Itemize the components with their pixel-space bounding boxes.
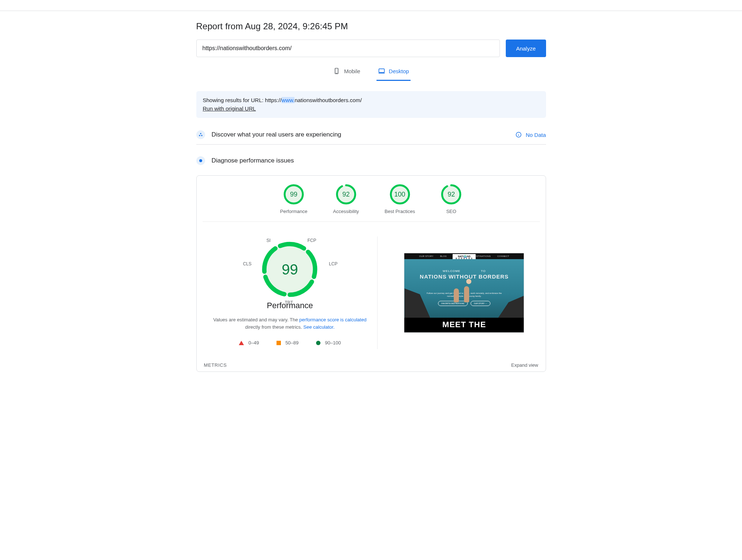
gauge-performance-score: 99: [283, 184, 304, 205]
gauge-performance[interactable]: 99Performance: [280, 184, 307, 214]
metric-tbt-label: TBT: [285, 300, 293, 305]
thumb-nav-0: OUR STORY: [419, 255, 434, 257]
url-analyze-row: Analyze: [196, 40, 546, 57]
diagnose-title: Diagnose performance issues: [212, 157, 546, 164]
metric-cls-label: CLS: [243, 261, 251, 266]
metrics-header-row: METRICS Expand view: [203, 362, 540, 368]
crux-section-header: Discover what your real users are experi…: [196, 127, 546, 145]
gauge-performance-label: Performance: [280, 209, 307, 214]
thumb-nav: OUR STORY BLOG XXXXXXXX DESTINATIONS CON…: [404, 253, 524, 259]
thumb-to: TO: [481, 269, 486, 273]
thumb-hero: WELCOME TO NATIONS WITHOUT BORDERS Follo…: [404, 259, 524, 318]
gauge-accessibility-label: Accessibility: [333, 209, 359, 214]
score-legend: 0–49 50–89 90–100: [203, 340, 378, 346]
tab-mobile[interactable]: Mobile: [331, 67, 361, 81]
see-calculator-link[interactable]: See calculator.: [303, 324, 334, 330]
circle-green-icon: [316, 341, 320, 345]
svg-point-5: [201, 135, 203, 137]
device-tabs: Mobile Desktop: [196, 67, 546, 81]
thumb-welcome: WELCOME: [443, 269, 460, 273]
performance-big-gauge: 99: [260, 240, 319, 299]
notice-suffix: nationswithoutborders.com/: [294, 97, 361, 103]
page-title: Report from Aug 28, 2024, 9:26:45 PM: [196, 21, 546, 31]
gauge-seo-label: SEO: [441, 209, 462, 214]
gauge-best-practices-label: Best Practices: [385, 209, 415, 214]
perf-calc-link[interactable]: performance score is calculated: [299, 317, 367, 322]
square-orange-icon: [277, 341, 281, 345]
gauge-accessibility[interactable]: 92Accessibility: [333, 184, 359, 214]
legend-fail: 0–49: [239, 340, 259, 346]
notice-prefix: Showing results for URL: https://: [203, 97, 282, 103]
tab-desktop-label: Desktop: [389, 68, 409, 74]
crux-nodata[interactable]: No Data: [515, 131, 546, 138]
tab-mobile-label: Mobile: [344, 68, 360, 74]
diagnose-icon: [196, 156, 205, 165]
gauge-seo[interactable]: 92SEO: [441, 184, 462, 214]
thumb-family-figure: [449, 280, 479, 302]
analyze-button[interactable]: Analyze: [506, 40, 546, 57]
thumb-nav-2: DESTINATIONS: [473, 255, 491, 257]
thumb-big-title: NATIONS WITHOUT BORDERS: [420, 273, 509, 280]
svg-point-6: [200, 133, 201, 134]
thumb-nav-1: BLOG: [440, 255, 447, 257]
gauge-best-practices-score: 100: [389, 184, 411, 205]
svg-point-4: [199, 135, 200, 137]
diagnose-section-header: Diagnose performance issues: [196, 153, 546, 170]
category-gauges: 99Performance92Accessibility100Best Prac…: [203, 184, 540, 222]
legend-avg-label: 50–89: [285, 340, 298, 346]
svg-rect-2: [379, 69, 384, 72]
legend-pass-label: 90–100: [325, 340, 341, 346]
crux-title: Discover what your real users are experi…: [212, 131, 509, 138]
desktop-icon: [378, 67, 385, 75]
lighthouse-report: 99Performance92Accessibility100Best Prac…: [196, 175, 546, 372]
gauge-best-practices[interactable]: 100Best Practices: [385, 184, 415, 214]
performance-description: Values are estimated and may vary. The p…: [203, 316, 378, 331]
crux-icon: [196, 130, 205, 139]
legend-average: 50–89: [277, 340, 298, 346]
metrics-label: METRICS: [204, 362, 227, 368]
perf-desc-mid: directly from these metrics.: [245, 324, 303, 330]
url-redirect-notice: Showing results for URL: https://www.nat…: [196, 91, 546, 118]
thumb-nav-3: CONNECT: [497, 255, 509, 257]
performance-detail-row: SI FCP CLS LCP TBT 99 Performance: [203, 236, 540, 349]
notice-www-highlight: www.: [282, 97, 295, 103]
site-screenshot-thumbnail: OUR STORY BLOG XXXXXXXX DESTINATIONS CON…: [404, 253, 524, 333]
perf-desc-prefix: Values are estimated and may vary. The: [213, 317, 299, 322]
info-icon: [515, 131, 522, 138]
performance-big-score: 99: [260, 240, 319, 299]
legend-fail-label: 0–49: [248, 340, 259, 346]
expand-view-toggle[interactable]: Expand view: [511, 362, 538, 368]
triangle-red-icon: [239, 341, 244, 345]
mobile-icon: [333, 67, 340, 75]
run-original-url-link[interactable]: Run with original URL: [203, 105, 256, 112]
top-divider: [0, 0, 742, 11]
metric-lcp-label: LCP: [329, 261, 337, 266]
gauge-accessibility-score: 92: [335, 184, 357, 205]
url-input[interactable]: [196, 40, 500, 57]
tab-desktop[interactable]: Desktop: [376, 67, 411, 81]
legend-pass: 90–100: [316, 340, 341, 346]
thumb-meet: MEET THE: [404, 318, 524, 332]
crux-nodata-label: No Data: [526, 132, 546, 138]
gauge-seo-score: 92: [441, 184, 462, 205]
